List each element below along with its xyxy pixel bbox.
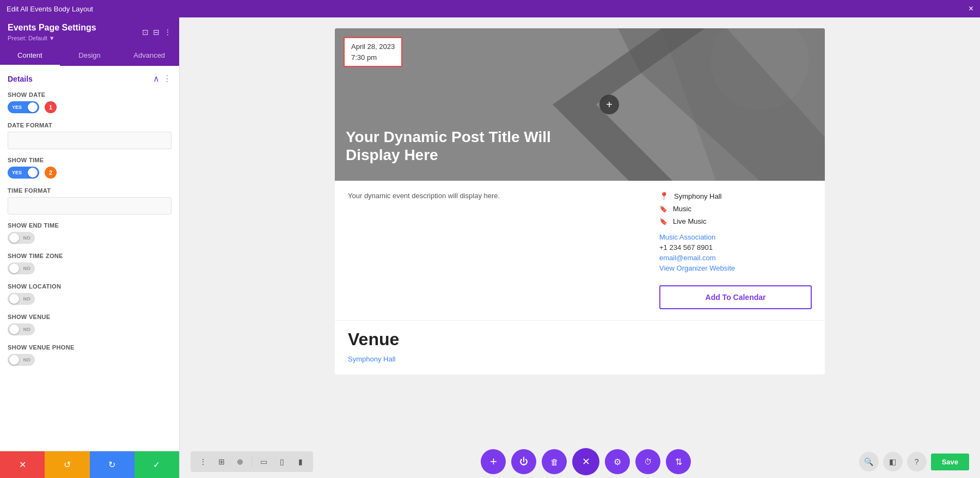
date-format-input[interactable]	[8, 132, 171, 149]
toolbar-delete-button[interactable]: 🗑	[542, 449, 567, 474]
toolbar-search-icon-button[interactable]: 🔍	[859, 452, 879, 471]
undo-button[interactable]: ↺	[45, 451, 89, 478]
show-date-field: Show Date YES 1	[8, 91, 171, 113]
toggle-knob-3	[9, 233, 19, 243]
panel-preset[interactable]: Preset: Default ▼	[8, 35, 96, 41]
toggle-knob-4	[9, 263, 19, 273]
tab-content[interactable]: Content	[0, 46, 60, 66]
panel-bottom: ✕ ↺ ↻ ✓	[0, 451, 179, 478]
show-venue-label: Show Venue	[8, 314, 171, 320]
tab-advanced[interactable]: Advanced	[119, 46, 179, 66]
show-time-toggle[interactable]: YES	[8, 167, 39, 179]
show-venue-phone-label: Show Venue Phone	[8, 344, 171, 351]
badge-2: 2	[45, 167, 57, 179]
location-icon: 📍	[659, 192, 669, 200]
show-time-label: Show Time	[8, 157, 171, 163]
time-format-input[interactable]	[8, 197, 171, 215]
panel-title: Events Page Settings	[8, 23, 96, 33]
show-venue-toggle[interactable]: NO	[8, 323, 35, 335]
tag-icon-1: 🔖	[659, 205, 667, 213]
show-time-row: YES 2	[8, 167, 171, 179]
toolbar-layers-button[interactable]: ◧	[883, 452, 903, 471]
toolbar-help-button[interactable]: ?	[907, 452, 927, 471]
bottom-toolbar: ⋮ ⊞ ⊕ ▭ ▯ ▮ + ⏻ 🗑 ✕ ⚙ ⏱ ⇅ 🔍 ◧	[180, 445, 980, 478]
close-icon[interactable]: ×	[969, 4, 973, 14]
date-badge: April 28, 2023 7:30 pm	[344, 37, 402, 67]
top-bar-title: Edit All Events Body Layout	[7, 5, 93, 13]
hero-section: April 28, 2023 7:30 pm Your Dynamic Post…	[335, 28, 825, 181]
toolbar-center: + ⏻ 🗑 ✕ ⚙ ⏱ ⇅	[481, 448, 691, 475]
show-end-time-toggle[interactable]: NO	[8, 232, 35, 244]
date-format-field: Date Format	[8, 122, 171, 149]
tag-music-item: 🔖 Music	[659, 205, 812, 213]
add-to-calendar-button[interactable]: Add To Calendar	[659, 285, 812, 309]
show-location-toggle[interactable]: NO	[8, 293, 35, 305]
collapse-icon[interactable]: ∧	[153, 73, 160, 84]
tag-live-music-item: 🔖 Live Music	[659, 217, 812, 225]
toolbar-search-button[interactable]: ⊕	[232, 454, 248, 470]
show-date-row: YES 1	[8, 101, 171, 113]
toolbar-settings-button[interactable]: ⚙	[605, 449, 630, 474]
section-more-icon[interactable]: ⋮	[163, 73, 171, 84]
show-venue-phone-field: Show Venue Phone NO	[8, 344, 171, 366]
tag-music-text: Music	[673, 205, 691, 213]
event-card: April 28, 2023 7:30 pm Your Dynamic Post…	[335, 28, 825, 375]
split-icon[interactable]: ⊟	[153, 28, 160, 36]
location-item: 📍 Symphony Hall	[659, 192, 812, 200]
toolbar-tablet-button[interactable]: ▯	[274, 454, 290, 470]
tag-icon-2: 🔖	[659, 218, 667, 225]
event-time: 7:30 pm	[351, 52, 395, 63]
show-venue-phone-row: NO	[8, 354, 171, 366]
expand-icon[interactable]: ⊡	[142, 28, 149, 36]
event-sidebar-info: 📍 Symphony Hall 🔖 Music 🔖 Live Music Mus…	[659, 192, 812, 309]
show-date-toggle[interactable]: YES	[8, 101, 39, 113]
show-location-field: Show Location NO	[8, 283, 171, 305]
show-time-zone-field: Show Time Zone NO	[8, 253, 171, 274]
toolbar-dots-button[interactable]: ⋮	[195, 454, 211, 470]
toolbar-desktop-button[interactable]: ▭	[255, 454, 272, 470]
badge-1: 1	[45, 101, 57, 113]
show-time-zone-toggle[interactable]: NO	[8, 262, 35, 274]
hero-plus-button[interactable]: +	[599, 95, 619, 114]
toolbar-history-button[interactable]: ⏱	[635, 449, 660, 474]
toolbar-right: 🔍 ◧ ? Save	[859, 452, 969, 471]
show-location-label: Show Location	[8, 283, 171, 290]
section-header: Details ∧ ⋮	[8, 73, 171, 84]
organizer-name-link[interactable]: Music Association	[659, 233, 812, 241]
show-venue-row: NO	[8, 323, 171, 335]
toolbar-sort-button[interactable]: ⇅	[666, 449, 691, 474]
toolbar-close-button[interactable]: ✕	[572, 448, 599, 475]
redo-button[interactable]: ↻	[90, 451, 134, 478]
more-icon[interactable]: ⋮	[164, 28, 171, 36]
toolbar-divider	[252, 456, 252, 467]
cancel-button[interactable]: ✕	[0, 451, 45, 478]
toolbar-left: ⋮ ⊞ ⊕ ▭ ▯ ▮	[191, 451, 313, 472]
toolbar-power-button[interactable]: ⏻	[511, 449, 536, 474]
toggle-knob	[28, 102, 38, 112]
show-end-time-row: NO	[8, 232, 171, 244]
organizer-email-link[interactable]: email@email.com	[659, 254, 812, 262]
event-body: Your dynamic event description will disp…	[335, 181, 825, 320]
event-date: April 28, 2023	[351, 41, 395, 52]
tab-design[interactable]: Design	[60, 46, 120, 66]
top-bar: Edit All Events Body Layout ×	[0, 0, 980, 17]
venue-section: Venue Symphony Hall	[335, 320, 825, 375]
section-actions: ∧ ⋮	[153, 73, 171, 84]
toolbar-grid-button[interactable]: ⊞	[213, 454, 230, 470]
organizer-phone: +1 234 567 8901	[659, 243, 812, 252]
venue-link[interactable]: Symphony Hall	[348, 355, 395, 363]
confirm-button[interactable]: ✓	[134, 451, 179, 478]
save-button[interactable]: Save	[931, 454, 969, 470]
panel-content: Details ∧ ⋮ Show Date YES 1	[0, 66, 179, 451]
show-venue-phone-toggle[interactable]: NO	[8, 354, 35, 366]
event-description: Your dynamic event description will disp…	[348, 192, 659, 309]
show-time-zone-label: Show Time Zone	[8, 253, 171, 259]
show-location-row: NO	[8, 293, 171, 305]
organizer-section: Music Association +1 234 567 8901 email@…	[659, 233, 812, 272]
show-end-time-label: Show End Time	[8, 222, 171, 229]
toolbar-add-button[interactable]: +	[481, 449, 506, 474]
organizer-website-link[interactable]: View Organizer Website	[659, 264, 812, 272]
toolbar-mobile-button[interactable]: ▮	[292, 454, 309, 470]
venue-title: Venue	[348, 321, 812, 354]
panel-header: Events Page Settings Preset: Default ▼ ⊡…	[0, 17, 179, 46]
